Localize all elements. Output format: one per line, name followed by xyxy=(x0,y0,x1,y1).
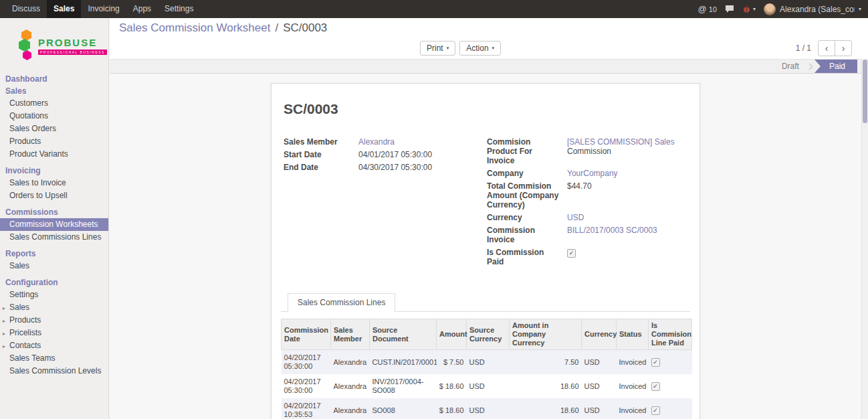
line-paid-checkbox[interactable]: ✓ xyxy=(651,358,660,367)
breadcrumb: Sales Commission Worksheet / SC/0003 xyxy=(110,18,868,38)
expand-arrow-icon: ▸ xyxy=(3,341,5,351)
topbar: Discuss Sales Invoicing Apps Settings @ … xyxy=(0,0,868,18)
sidebar-nav: Dashboard Sales Customers Quotations Sal… xyxy=(0,70,108,378)
field-start-date: Start Date 04/01/2017 05:30:00 xyxy=(284,150,487,159)
user-menu[interactable]: Alexandra (Sales_comm... ▾ xyxy=(764,3,861,15)
field-end-date: End Date 04/30/2017 05:30:00 xyxy=(284,163,487,172)
form-sheet: SC/0003 Sales Member Alexandra Start Dat… xyxy=(271,83,700,419)
menu-apps[interactable]: Apps xyxy=(126,0,158,18)
main-area: Sales Commission Worksheet / SC/0003 Pri… xyxy=(110,18,868,419)
systray-bug-button[interactable]: ▾ xyxy=(742,5,756,13)
column-header-line-paid[interactable]: Is Commision Line Paid xyxy=(649,319,692,350)
field-commission-invoice: Commission Invoice BILL/2017/0003 SC/000… xyxy=(487,226,690,244)
stage-draft[interactable]: Draft xyxy=(771,60,810,73)
action-button[interactable]: Action ▾ xyxy=(459,41,501,56)
logo-hexagons-icon xyxy=(19,29,33,62)
sidebar-heading-commissions[interactable]: Commissions xyxy=(0,206,108,218)
expand-arrow-icon: ▸ xyxy=(3,303,5,313)
sidebar-heading-dashboard[interactable]: Dashboard xyxy=(0,73,108,85)
expand-arrow-icon: ▸ xyxy=(3,329,5,339)
control-panel: Print ▾ Action ▾ 1 / 1 ‹ › xyxy=(110,38,868,59)
sidebar-item-config-contacts[interactable]: ▸Contacts xyxy=(0,339,108,352)
statusbar: Draft Paid xyxy=(110,59,868,74)
column-header-commission-date[interactable]: Commission Date xyxy=(282,319,331,350)
sidebar-heading-reports[interactable]: Reports xyxy=(0,248,108,260)
user-avatar xyxy=(764,3,776,15)
bug-icon xyxy=(742,5,751,13)
sidebar-item-config-products[interactable]: ▸Products xyxy=(0,314,108,327)
sidebar-item-products[interactable]: Products xyxy=(0,135,108,148)
stage-paid[interactable]: Paid xyxy=(815,60,857,73)
start-date-value: 04/01/2017 05:30:00 xyxy=(358,150,432,159)
commission-invoice-link[interactable]: BILL/2017/0003 SC/0003 xyxy=(567,226,657,235)
sidebar-item-sales-orders[interactable]: Sales Orders xyxy=(0,122,108,135)
sidebar-heading-invoicing[interactable]: Invoicing xyxy=(0,165,108,177)
app-logo: PROBUSE PROFESSIONAL BUSINESS xyxy=(0,18,108,70)
currency-link[interactable]: USD xyxy=(567,213,584,222)
vertical-scrollbar xyxy=(861,59,868,419)
caret-icon: ▾ xyxy=(447,46,449,51)
logo-subtitle: PROFESSIONAL BUSINESS xyxy=(38,50,107,55)
sidebar-item-config-sales[interactable]: ▸Sales xyxy=(0,301,108,314)
sidebar-item-customers[interactable]: Customers xyxy=(0,97,108,110)
column-header-source-currency[interactable]: Source Currency xyxy=(467,319,510,350)
sidebar-item-quotations[interactable]: Quotations xyxy=(0,110,108,122)
sidebar-item-config-pricelists[interactable]: ▸Pricelists xyxy=(0,327,108,339)
menu-sales[interactable]: Sales xyxy=(47,0,81,18)
table-row[interactable]: 04/20/2017 05:30:00 Alexandra CUST.IN/20… xyxy=(282,350,692,375)
mentions-button[interactable]: @ 10 xyxy=(698,4,717,14)
pager-next-button[interactable]: › xyxy=(835,40,852,56)
sidebar: PROBUSE PROFESSIONAL BUSINESS Dashboard … xyxy=(0,18,109,419)
sidebar-item-sales-teams[interactable]: Sales Teams xyxy=(0,352,108,365)
caret-icon: ▾ xyxy=(492,46,495,51)
column-header-amount-company-currency[interactable]: Amount in Company Currency xyxy=(510,319,582,350)
column-header-currency[interactable]: Currency xyxy=(582,319,617,350)
topbar-spacer xyxy=(200,0,697,18)
company-link[interactable]: YourCompany xyxy=(567,169,618,178)
systray: @ 10 ▾ Alexandra (Sales_comm... ▾ xyxy=(698,0,868,18)
column-header-status[interactable]: Status xyxy=(617,319,649,350)
activity-count: 10 xyxy=(709,5,717,13)
sidebar-item-commission-worksheets[interactable]: Commission Worksheets xyxy=(0,218,108,231)
chat-icon xyxy=(725,5,734,13)
breadcrumb-parent-link[interactable]: Sales Commission Worksheet xyxy=(119,21,270,35)
messages-button[interactable] xyxy=(725,5,734,13)
scrollbar-thumb[interactable] xyxy=(863,60,867,123)
column-header-source-document[interactable]: Source Document xyxy=(370,319,437,350)
line-paid-checkbox[interactable]: ✓ xyxy=(651,382,660,391)
commission-product-link[interactable]: [SALES COMMISSION] Sales xyxy=(567,137,675,147)
pager-counter: 1 / 1 xyxy=(796,44,811,53)
field-sales-member: Sales Member Alexandra xyxy=(284,137,487,147)
sales-member-link[interactable]: Alexandra xyxy=(358,137,395,147)
expand-arrow-icon: ▸ xyxy=(3,316,5,326)
field-company: Company YourCompany xyxy=(487,169,690,178)
print-button[interactable]: Print ▾ xyxy=(420,41,455,56)
pager-previous-button[interactable]: ‹ xyxy=(818,40,835,56)
sidebar-item-settings[interactable]: Settings xyxy=(0,288,108,301)
mention-icon: @ xyxy=(698,4,707,14)
sidebar-item-sales-commissions-lines[interactable]: Sales Commissions Lines xyxy=(0,231,108,244)
menu-discuss[interactable]: Discuss xyxy=(5,0,47,18)
sidebar-item-sales-to-invoice[interactable]: Sales to Invoice xyxy=(0,177,108,189)
table-row[interactable]: 04/20/2017 05:30:00 Alexandra INV/2017/0… xyxy=(282,374,692,398)
tab-sales-commission-lines[interactable]: Sales Commission Lines xyxy=(288,293,395,312)
form-view: SC/0003 Sales Member Alexandra Start Dat… xyxy=(110,74,861,419)
table-row[interactable]: 04/20/2017 10:35:53 Alexandra SO008 $ 18… xyxy=(282,398,692,419)
sidebar-item-reports-sales[interactable]: Sales xyxy=(0,260,108,272)
is-commission-paid-checkbox[interactable]: ✓ xyxy=(567,249,576,258)
pager: 1 / 1 ‹ › xyxy=(796,40,852,56)
column-header-amount[interactable]: Amount xyxy=(437,319,467,350)
commission-lines-table: Commission Date Sales Member Source Docu… xyxy=(281,319,692,419)
line-paid-checkbox[interactable]: ✓ xyxy=(651,406,660,415)
end-date-value: 04/30/2017 05:30:00 xyxy=(358,163,432,172)
sidebar-heading-sales[interactable]: Sales xyxy=(0,85,108,97)
sidebar-item-product-variants[interactable]: Product Variants xyxy=(0,148,108,161)
menu-invoicing[interactable]: Invoicing xyxy=(81,0,126,18)
sidebar-heading-configuration[interactable]: Configuration xyxy=(0,276,108,288)
logo-title: PROBUSE xyxy=(38,37,107,48)
record-title: SC/0003 xyxy=(284,101,690,117)
menu-settings[interactable]: Settings xyxy=(158,0,200,18)
sidebar-item-orders-to-upsell[interactable]: Orders to Upsell xyxy=(0,189,108,202)
column-header-sales-member[interactable]: Sales Member xyxy=(331,319,370,350)
sidebar-item-sales-commission-levels[interactable]: Sales Commission Levels xyxy=(0,365,108,378)
